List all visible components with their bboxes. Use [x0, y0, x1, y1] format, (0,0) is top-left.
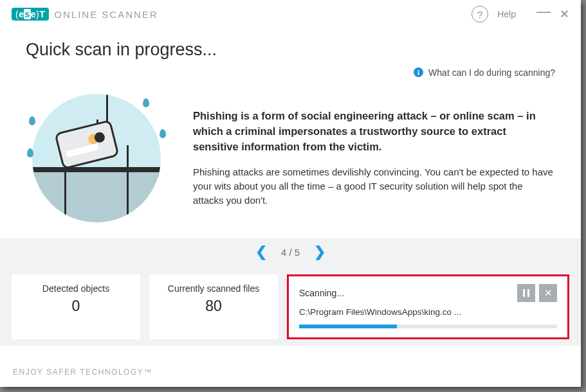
scanned-label: Currently scanned files — [156, 283, 271, 294]
svg-rect-1 — [527, 289, 529, 297]
tip-pager: ❮ 4 / 5 ❯ — [0, 238, 581, 265]
svg-rect-0 — [523, 289, 525, 297]
footer-tagline: ENJOY SAFER TECHNOLOGY™ — [0, 357, 581, 387]
tip-content: Phishing is a form of social engineering… — [0, 84, 581, 238]
minimize-button[interactable]: — — [536, 3, 551, 20]
stop-button[interactable]: ✕ — [539, 284, 557, 302]
info-icon: i — [414, 67, 423, 77]
tip-body: Phishing attacks are sometimes devilishl… — [193, 165, 553, 207]
scan-progress-box: Scanning... ✕ C:\Program Files\WindowsAp… — [287, 274, 569, 339]
pager-position: 4 / 5 — [281, 247, 300, 258]
app-window: (ese)T ONLINE SCANNER ? Help — ✕ Quick s… — [0, 0, 581, 387]
scan-status: Scanning... — [299, 288, 513, 298]
scanned-files-box: Currently scanned files 80 — [149, 274, 278, 339]
detected-value: 0 — [18, 298, 134, 315]
progress-fill — [299, 325, 397, 328]
tip-heading: Phishing is a form of social engineering… — [193, 109, 553, 155]
scanning-info-link[interactable]: What can I do during scanning? — [428, 67, 555, 78]
detected-label: Detected objects — [18, 283, 134, 294]
tip-text: Phishing is a form of social engineering… — [193, 109, 553, 207]
brand-logo: (ese)T — [12, 8, 49, 21]
status-row: Detected objects 0 Currently scanned fil… — [0, 265, 581, 346]
progress-bar — [299, 325, 557, 328]
pager-next-button[interactable]: ❯ — [314, 244, 325, 260]
pager-prev-button[interactable]: ❮ — [255, 244, 267, 260]
info-link-row: i What can I do during scanning? — [0, 65, 581, 84]
help-icon[interactable]: ? — [472, 6, 488, 22]
help-link[interactable]: Help — [497, 9, 516, 19]
app-name: ONLINE SCANNER — [54, 9, 158, 20]
scan-current-file: C:\Program Files\WindowsApps\king.co ... — [299, 307, 557, 317]
page-title: Quick scan in progress... — [0, 28, 581, 65]
titlebar: (ese)T ONLINE SCANNER ? Help — ✕ — [0, 0, 581, 28]
detected-objects-box: Detected objects 0 — [12, 274, 140, 339]
scanned-value: 80 — [156, 298, 271, 315]
close-button[interactable]: ✕ — [560, 7, 569, 21]
pause-button[interactable] — [517, 284, 535, 302]
phishing-illustration — [26, 91, 167, 226]
